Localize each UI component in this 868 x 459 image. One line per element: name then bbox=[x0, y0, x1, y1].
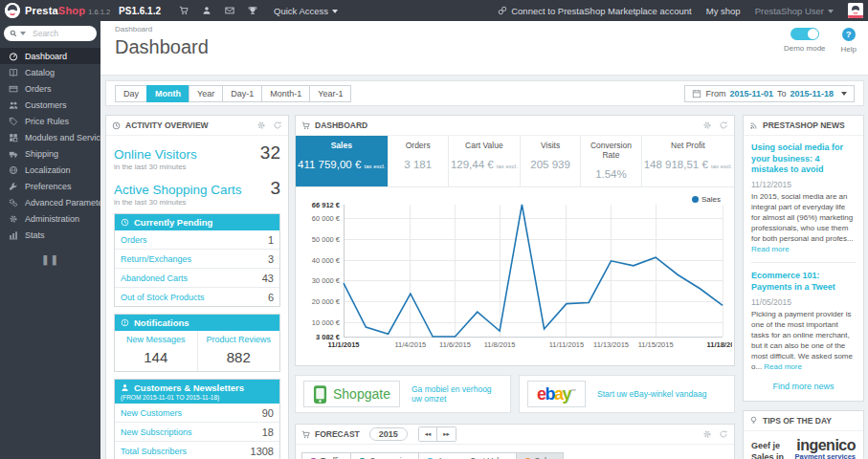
kpi-conversion-rate[interactable]: Conversion Rate 1.54% bbox=[580, 136, 640, 186]
administration-icon bbox=[9, 214, 18, 224]
sidebar-item-advanced-parameters[interactable]: Advanced Parameters bbox=[0, 194, 100, 210]
pending-returns-link[interactable]: Return/Exchanges bbox=[121, 254, 191, 264]
news-article-title[interactable]: Ecommerce 101: Payments in a Tweet bbox=[751, 271, 856, 293]
sidebar-item-dashboard[interactable]: Dashboard bbox=[0, 48, 100, 64]
read-more-link[interactable]: Read more bbox=[751, 245, 790, 253]
preferences-icon bbox=[9, 182, 18, 191]
kpi-net-profit[interactable]: Net Profit 148 918,51 € tax excl. bbox=[641, 136, 734, 186]
refresh-icon[interactable] bbox=[719, 120, 728, 130]
total-subscribers-link[interactable]: Total Subscribers bbox=[121, 447, 187, 456]
find-more-news-link[interactable]: Find more news bbox=[751, 382, 856, 391]
abandoned-carts-link[interactable]: Abandoned Carts bbox=[121, 273, 188, 283]
sidebar-item-orders[interactable]: Orders bbox=[0, 80, 100, 97]
quick-access-menu[interactable]: Quick Access bbox=[274, 6, 338, 16]
forecast-conversion-toggle[interactable]: Conversion bbox=[351, 452, 419, 459]
table-row: New Subscriptions18 bbox=[115, 422, 279, 441]
marketplace-link[interactable]: Connect to PrestaShop Marketplace accoun… bbox=[498, 6, 692, 16]
kpi-row: Sales 411 759,00 € tax excl. Orders 3 18… bbox=[296, 136, 734, 187]
sidebar-item-price-rules[interactable]: Price Rules bbox=[0, 113, 100, 129]
date-from: 2015-11-01 bbox=[729, 89, 773, 98]
demo-mode-toggle[interactable] bbox=[790, 28, 819, 40]
shopgate-ad[interactable]: Shopgate Ga mobiel en verhoog uw omzet bbox=[295, 375, 511, 413]
svg-text:10 000 €: 10 000 € bbox=[312, 318, 341, 327]
caret-down-icon[interactable] bbox=[20, 32, 26, 35]
range-day-button[interactable]: Day bbox=[115, 85, 146, 102]
previous-year-button[interactable]: ◂◂ bbox=[419, 427, 437, 441]
svg-text:11/4/2015: 11/4/2015 bbox=[394, 340, 426, 349]
out-of-stock-link[interactable]: Out of Stock Products bbox=[121, 293, 205, 302]
help-label: Help bbox=[841, 45, 857, 54]
demo-mode-control: Demo mode bbox=[784, 28, 826, 54]
new-customers-link[interactable]: New Customers bbox=[121, 408, 182, 418]
next-year-button[interactable]: ▸▸ bbox=[436, 427, 456, 441]
read-more-link[interactable]: Read more bbox=[764, 362, 802, 371]
active-carts-link[interactable]: Active Shopping Carts bbox=[114, 183, 242, 197]
sidebar-item-shipping[interactable]: Shipping bbox=[0, 145, 100, 162]
online-visitors-link[interactable]: Online Visitors bbox=[114, 147, 197, 162]
search-input[interactable] bbox=[31, 28, 84, 39]
range-year-button[interactable]: Year bbox=[189, 85, 222, 102]
activity-icon bbox=[112, 121, 121, 130]
forecast-traffic-toggle[interactable]: Traffic bbox=[301, 452, 351, 459]
sidebar-item-catalog[interactable]: Catalog bbox=[0, 64, 100, 80]
kpi-sales[interactable]: Sales 411 759,00 € tax excl. bbox=[296, 136, 388, 186]
sales-chart: Sales 66 912 €60 000 €50 000 €40 000 €30… bbox=[296, 187, 734, 365]
user-menu[interactable]: PrestaShop User bbox=[755, 6, 834, 16]
rss-icon bbox=[749, 121, 758, 130]
envelope-icon[interactable] bbox=[218, 6, 241, 15]
forecast-avg-cart-toggle[interactable]: Average Cart Value bbox=[419, 452, 516, 459]
ebay-ad[interactable]: ebay™ Start uw eBay-winkel vandaag bbox=[519, 375, 735, 413]
gear-icon[interactable] bbox=[702, 120, 712, 130]
range-day-1-button[interactable]: Day-1 bbox=[222, 85, 261, 102]
sidebar-item-customers[interactable]: Customers bbox=[0, 97, 100, 113]
new-subscriptions-link[interactable]: New Subscriptions bbox=[121, 427, 192, 437]
kpi-cart-value[interactable]: Cart Value 129,44 € tax excl. bbox=[448, 136, 520, 186]
news-article-title[interactable]: Using social media for your business: 4 … bbox=[751, 142, 856, 176]
date-range-picker[interactable]: From 2015-11-01 To 2015-11-18 bbox=[684, 85, 855, 102]
forecast-sales-toggle[interactable]: Sales bbox=[517, 452, 564, 459]
refresh-icon[interactable] bbox=[719, 429, 728, 439]
svg-text:50 000 €: 50 000 € bbox=[312, 235, 341, 244]
sidebar-item-stats[interactable]: Stats bbox=[0, 227, 100, 243]
range-month-1-button[interactable]: Month-1 bbox=[261, 85, 309, 102]
range-month-button[interactable]: Month bbox=[146, 85, 189, 102]
trophy-icon[interactable] bbox=[241, 6, 264, 15]
ebay-link[interactable]: Start uw eBay-winkel vandaag bbox=[597, 389, 706, 399]
avatar[interactable] bbox=[848, 3, 863, 18]
online-visitors-row: Online Visitors 32 bbox=[114, 142, 280, 164]
user-icon[interactable] bbox=[195, 6, 218, 15]
range-year-1-button[interactable]: Year-1 bbox=[309, 85, 351, 102]
price-rules-icon bbox=[9, 117, 18, 126]
dashboard-panel: DASHBOARD Sales 411 759,00 € tax excl. O… bbox=[295, 115, 735, 366]
page-title: Dashboard bbox=[115, 36, 868, 58]
sales-legend-dot bbox=[692, 196, 699, 203]
prestashop-news-panel: PRESTASHOP NEWS Using social media for y… bbox=[743, 115, 864, 402]
cart-icon[interactable] bbox=[172, 6, 195, 15]
my-shop-link[interactable]: My shop bbox=[706, 6, 741, 16]
shopgate-link[interactable]: Ga mobiel en verhoog uw omzet bbox=[412, 384, 502, 404]
gear-icon[interactable] bbox=[256, 120, 266, 130]
sidebar-item-preferences[interactable]: Preferences bbox=[0, 178, 100, 194]
range-button-group: Day Month Year Day-1 Month-1 Year-1 bbox=[115, 85, 351, 102]
new-messages-cell[interactable]: New Messages 144 bbox=[115, 331, 197, 371]
sidebar-item-modules[interactable]: Modules and Services bbox=[0, 129, 100, 145]
kpi-orders[interactable]: Orders 3 181 bbox=[388, 136, 448, 186]
sidebar-item-localization[interactable]: Localization bbox=[0, 162, 100, 178]
refresh-icon[interactable] bbox=[273, 120, 282, 130]
chart-legend[interactable]: Sales bbox=[692, 195, 721, 204]
help-icon[interactable]: ? bbox=[842, 28, 856, 41]
help-control: ? Help bbox=[841, 28, 857, 54]
svg-text:11/11/2015: 11/11/2015 bbox=[549, 340, 584, 349]
table-row: New Customers90 bbox=[115, 404, 279, 422]
svg-text:30 000 €: 30 000 € bbox=[312, 276, 341, 285]
product-reviews-cell[interactable]: Product Reviews 882 bbox=[197, 331, 280, 371]
sidebar-collapse-button[interactable]: ❚❚ bbox=[0, 254, 100, 265]
pending-orders-link[interactable]: Orders bbox=[121, 235, 147, 245]
link-icon bbox=[498, 6, 507, 15]
sidebar-item-administration[interactable]: Administration bbox=[0, 210, 100, 227]
kpi-visits[interactable]: Visits 205 939 bbox=[520, 136, 580, 186]
page-header: Dashboard Dashboard Demo mode ? Help bbox=[100, 21, 868, 76]
forecast-legend: Traffic Conversion Average Cart Value Sa… bbox=[296, 445, 734, 459]
gear-icon[interactable] bbox=[702, 429, 712, 439]
exclamation-icon bbox=[121, 318, 129, 327]
